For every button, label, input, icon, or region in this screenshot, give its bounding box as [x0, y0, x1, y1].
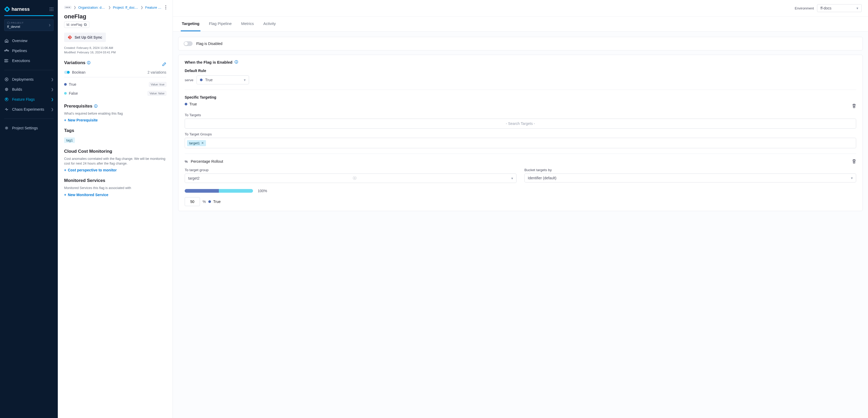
- to-targets-label: To Targets: [185, 113, 856, 117]
- variation-count: 2 variations: [147, 70, 166, 74]
- tab-flag-pipeline[interactable]: Flag Pipeline: [208, 17, 233, 31]
- edit-variations-button[interactable]: [162, 62, 166, 66]
- cloud-cost-heading: Cloud Cost Monitoring: [64, 149, 112, 154]
- add-prerequisite-button[interactable]: +New Prerequisite: [64, 118, 98, 122]
- environment-value: ff-docs: [820, 6, 832, 10]
- svg-point-20: [6, 127, 7, 129]
- svg-point-25: [165, 7, 166, 8]
- delete-specific-rule-button[interactable]: [852, 103, 856, 108]
- breadcrumb-more-button[interactable]: [64, 6, 71, 9]
- chaos-icon: [4, 107, 9, 112]
- flag-detail-panel: ❯ Organization: def… ❯ Project: ff_docu……: [58, 0, 173, 418]
- chevron-right-icon: [49, 24, 51, 27]
- info-icon[interactable]: ⓘ: [87, 60, 90, 65]
- targets-search-input[interactable]: [185, 119, 856, 128]
- monitored-services-heading: Monitored Services: [64, 178, 105, 183]
- pipeline-icon: [4, 48, 9, 53]
- chevron-right-icon: ❯: [51, 88, 54, 91]
- flag-id-chip[interactable]: Id: oneFlag: [64, 22, 89, 28]
- clear-icon[interactable]: ⓧ: [353, 176, 356, 181]
- cloud-cost-subtitle: Cost anomalies correlated with the flag …: [64, 157, 166, 166]
- progress-segment-false: [219, 189, 253, 193]
- bucket-by-label: Bucket targets by: [524, 168, 856, 172]
- variation-row-true: True Value: true: [64, 80, 166, 89]
- chevron-down-icon: ▾: [851, 176, 853, 180]
- brand-logo[interactable]: harness: [4, 6, 30, 12]
- flag-status-text: Flag is Disabled: [196, 41, 222, 46]
- true-dot-icon: [200, 79, 203, 81]
- add-monitored-service-button[interactable]: +New Monitored Service: [64, 193, 108, 197]
- svg-point-18: [6, 89, 7, 90]
- nav-chaos-label: Chaos Experiments: [12, 107, 44, 112]
- tab-targeting[interactable]: Targeting: [181, 17, 200, 31]
- nav-project-settings[interactable]: Project Settings: [0, 123, 58, 133]
- target-groups-input[interactable]: target1 ✕: [185, 138, 856, 148]
- info-icon[interactable]: ⓘ: [235, 60, 238, 64]
- tags-heading: Tags: [64, 128, 74, 133]
- crumb-feature-flags[interactable]: Feature Fl…: [145, 5, 163, 9]
- tab-activity[interactable]: Activity: [262, 17, 277, 31]
- svg-point-26: [165, 8, 166, 9]
- flag-title: oneFlag: [64, 13, 166, 20]
- rollout-group-value: target2: [188, 176, 200, 180]
- monitored-services-subtitle: Monitored Services this flag is associat…: [64, 186, 166, 190]
- nav-builds[interactable]: Builds ❯: [0, 84, 58, 94]
- remove-chip-icon[interactable]: ✕: [201, 141, 204, 145]
- harness-logo-icon: [4, 6, 10, 12]
- svg-point-21: [66, 7, 66, 8]
- sidebar: harness PROJECT ff_devrel Overview Pipel…: [0, 0, 58, 418]
- svg-point-11: [4, 50, 5, 51]
- rules-title-text: When the Flag is Enabled: [185, 60, 232, 64]
- svg-point-23: [69, 7, 70, 8]
- svg-rect-15: [5, 61, 7, 62]
- svg-rect-14: [5, 59, 7, 60]
- environment-select[interactable]: ff-docs ▾: [817, 4, 862, 12]
- nav-chaos[interactable]: Chaos Experiments ❯: [0, 104, 58, 114]
- delete-rollout-button[interactable]: [852, 159, 856, 164]
- nav-deployments[interactable]: Deployments ❯: [0, 74, 58, 84]
- chevron-right-icon: ❯: [51, 78, 54, 81]
- app-switcher-icon[interactable]: [50, 7, 54, 11]
- nav-pipelines[interactable]: Pipelines: [0, 46, 58, 56]
- bucket-by-select[interactable]: Identifier (default) ▾: [524, 174, 856, 182]
- breadcrumb: ❯ Organization: def… ❯ Project: ff_docu……: [64, 5, 166, 9]
- rollout-true-percent-input[interactable]: [185, 197, 200, 206]
- true-dot-icon: [208, 200, 211, 203]
- variation-true-value: Value: true: [149, 82, 166, 87]
- git-sync-button[interactable]: Set Up Git Sync: [64, 33, 106, 42]
- variation-false-label: False: [69, 91, 78, 95]
- targeting-panel: Environment ff-docs ▾ Targeting Flag Pip…: [173, 0, 868, 418]
- tabs: Targeting Flag Pipeline Metrics Activity: [173, 17, 868, 32]
- true-dot-icon: [64, 83, 67, 86]
- variation-false-value: Value: false: [148, 91, 166, 96]
- rollout-progress-bar: [185, 189, 253, 193]
- tag-chip[interactable]: tag1: [64, 138, 75, 143]
- nav-executions-label: Executions: [12, 59, 30, 63]
- flag-enable-toggle[interactable]: [184, 41, 192, 46]
- tab-metrics[interactable]: Metrics: [240, 17, 255, 31]
- add-monitored-service-label: New Monitored Service: [68, 193, 108, 197]
- rollout-group-select[interactable]: target2 ⓧ ▾: [185, 174, 517, 183]
- crumb-project[interactable]: Project: ff_docu…: [113, 5, 138, 9]
- add-cost-perspective-label: Cost perspective to monitor: [68, 168, 117, 172]
- svg-rect-9: [51, 10, 52, 11]
- nav-overview[interactable]: Overview: [0, 36, 58, 46]
- default-rule-heading: Default Rule: [185, 69, 856, 73]
- project-selector[interactable]: PROJECT ff_devrel: [4, 19, 54, 31]
- project-label: PROJECT: [11, 22, 24, 24]
- nav-feature-flags[interactable]: Feature Flags ❯: [0, 94, 58, 104]
- target-group-chip[interactable]: target1 ✕: [187, 140, 206, 146]
- chevron-right-icon: ❯: [141, 5, 143, 9]
- svg-rect-13: [6, 50, 7, 50]
- info-icon[interactable]: ⓘ: [94, 104, 97, 109]
- crumb-organization[interactable]: Organization: def…: [78, 5, 106, 9]
- default-serve-select[interactable]: True ▾: [196, 76, 249, 84]
- svg-point-17: [5, 88, 8, 91]
- actions-menu-button[interactable]: [165, 5, 166, 9]
- svg-rect-8: [50, 10, 51, 11]
- svg-point-12: [8, 50, 9, 51]
- add-cost-perspective-button[interactable]: +Cost perspective to monitor: [64, 168, 117, 172]
- svg-rect-2: [50, 7, 51, 8]
- nav-executions[interactable]: Executions: [0, 56, 58, 66]
- svg-rect-4: [53, 7, 53, 8]
